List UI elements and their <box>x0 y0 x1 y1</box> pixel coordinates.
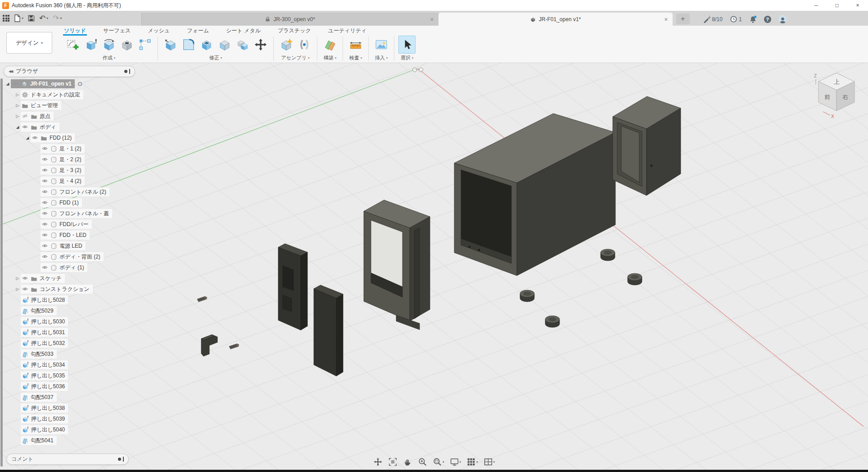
ribbon-group-label[interactable]: 構築▾ <box>324 54 337 61</box>
hole-tool-button[interactable] <box>118 36 136 54</box>
browser-item[interactable]: ◢ボディ <box>5 122 112 132</box>
browser-item[interactable]: 押し出し5040 <box>5 424 112 435</box>
browser-item[interactable]: 勾配5033 <box>5 349 112 359</box>
browser-item[interactable]: 押し出し5032 <box>5 338 112 349</box>
browser-item[interactable]: 押し出し5039 <box>5 413 112 424</box>
visibility-eye-icon[interactable] <box>41 222 48 227</box>
browser-item[interactable]: ボディ (1) <box>5 262 112 273</box>
close-button[interactable]: × <box>847 0 868 11</box>
ribbon-tab-ソリッド[interactable]: ソリッド <box>63 27 87 36</box>
browser-item[interactable]: 勾配5041 <box>5 435 112 446</box>
insert-tool-button[interactable] <box>373 36 390 54</box>
body-foot[interactable] <box>628 273 642 285</box>
model-viewport[interactable]: Z 上 前 右 X ◀◀ ブラウザ ◢JR-F01_open v1⊙▷ドキュメン… <box>0 63 868 472</box>
move-tool-button[interactable] <box>252 36 269 54</box>
browser-scrollbar[interactable] <box>0 78 3 467</box>
3d-scene[interactable] <box>0 63 868 472</box>
pattern-tool-button[interactable] <box>136 36 154 54</box>
browser-item[interactable]: 足・1 (2) <box>5 143 112 154</box>
zoom-button[interactable] <box>416 456 429 467</box>
visibility-eye-icon[interactable] <box>41 211 48 217</box>
browser-item[interactable]: 押し出し5028 <box>5 295 112 305</box>
expander-icon[interactable]: ▷ <box>14 114 21 118</box>
browser-item[interactable]: 足・3 (2) <box>5 165 112 176</box>
minimize-button[interactable]: ─ <box>806 0 827 11</box>
tab-close-icon[interactable]: × <box>664 16 668 23</box>
expander-icon[interactable]: ◢ <box>24 136 31 140</box>
comment-bar-icon[interactable] <box>123 457 124 462</box>
panel-opacity-dot-icon[interactable] <box>124 70 127 73</box>
visibility-eye-icon[interactable] <box>41 200 48 206</box>
comment-input[interactable]: コメント <box>6 454 129 465</box>
select-tool-button[interactable] <box>398 36 416 54</box>
ribbon-group-label[interactable]: 挿入▾ <box>375 54 388 61</box>
collapse-panel-icon[interactable]: ◀◀ <box>9 69 12 73</box>
browser-item[interactable]: 押し出し5030 <box>5 316 112 327</box>
app-grid-button[interactable] <box>3 15 9 22</box>
ribbon-group-label[interactable]: 選択▾ <box>401 54 414 61</box>
browser-item[interactable]: 押し出し5036 <box>5 381 112 392</box>
visibility-eye-icon[interactable] <box>41 243 48 249</box>
expander-icon[interactable]: ◢ <box>5 82 11 86</box>
visibility-eye-icon[interactable] <box>22 124 28 130</box>
body-front-bezel[interactable] <box>364 200 430 330</box>
grid-and-snaps-button[interactable]: ▾ <box>465 456 480 467</box>
visibility-eye-icon[interactable] <box>12 81 18 87</box>
browser-item[interactable]: 勾配5029 <box>5 305 112 316</box>
ribbon-tab-フォーム[interactable]: フォーム <box>186 27 210 36</box>
help-button[interactable]: ? <box>764 16 771 23</box>
comment-dot-icon[interactable] <box>118 458 121 461</box>
ribbon-group-label[interactable]: アセンブリ▾ <box>281 54 310 61</box>
combine-tool-button[interactable] <box>216 36 233 54</box>
browser-item[interactable]: ◢FDD (12) <box>5 132 112 143</box>
browser-item[interactable]: フロントパネル (2) <box>5 186 112 197</box>
user-avatar[interactable] <box>778 15 787 23</box>
document-tab-JR-F01_open-v1-[interactable]: JR-F01_open v1* × <box>439 13 673 26</box>
file-menu-button[interactable]: ▾ <box>14 14 23 22</box>
visibility-eye-icon[interactable] <box>41 232 48 238</box>
redo-button[interactable]: ↷ ▾ <box>53 14 62 23</box>
body-foot[interactable] <box>601 249 615 261</box>
navigate-button[interactable] <box>371 456 384 467</box>
visibility-eye-icon[interactable] <box>41 146 48 152</box>
ribbon-group-label[interactable]: 作成▾ <box>103 54 116 61</box>
browser-item[interactable]: ▷ビュー管理 <box>5 100 112 111</box>
browser-item[interactable]: 足・4 (2) <box>5 176 112 186</box>
maximize-button[interactable]: □ <box>827 0 847 11</box>
ribbon-tab-シート メタル[interactable]: シート メタル <box>225 27 262 36</box>
browser-item[interactable]: ▷スケッチ <box>5 273 112 284</box>
browser-item[interactable]: FDD/レバー <box>5 219 112 230</box>
browser-item[interactable]: ▷コンストラクション <box>5 284 112 295</box>
body-pin-2[interactable] <box>229 344 239 349</box>
split-body-tool-button[interactable] <box>234 36 251 54</box>
expander-icon[interactable]: ▷ <box>14 103 21 108</box>
browser-item[interactable]: 押し出し5038 <box>5 403 112 413</box>
visibility-eye-icon[interactable] <box>41 189 48 195</box>
visibility-eye-icon[interactable] <box>41 157 48 163</box>
measure-tool-button[interactable] <box>347 36 364 54</box>
alerts-button[interactable] <box>749 15 757 23</box>
body-rear-frame[interactable] <box>613 96 681 195</box>
body-panel-b[interactable] <box>314 285 343 376</box>
document-tab-JR-300_open-v0-[interactable]: JR-300_open v0* × <box>141 13 439 26</box>
zoom-window-button[interactable]: ▾ <box>431 456 446 467</box>
expander-icon[interactable]: ▷ <box>14 276 21 281</box>
browser-item[interactable]: FDD (1) <box>5 197 112 208</box>
view-cube[interactable]: Z 上 前 右 X <box>810 67 864 121</box>
fillet-tool-button[interactable] <box>180 36 197 54</box>
browser-item[interactable]: 勾配5037 <box>5 392 112 403</box>
new-tab-button[interactable]: + <box>676 14 690 24</box>
browser-item[interactable]: ◢JR-F01_open v1⊙ <box>5 78 112 89</box>
browser-item[interactable]: 電源 LED <box>5 241 112 251</box>
save-button[interactable] <box>28 15 35 22</box>
expander-icon[interactable]: ▷ <box>14 92 21 97</box>
browser-item[interactable]: ボディ・背面 (2) <box>5 251 112 262</box>
notifications-button[interactable]: 1 <box>730 15 742 23</box>
body-foot[interactable] <box>545 316 560 327</box>
browser-item[interactable]: 押し出し5034 <box>5 359 112 370</box>
browser-item[interactable]: 足・2 (2) <box>5 154 112 165</box>
undo-button[interactable]: ↶ ▾ <box>39 14 48 23</box>
visibility-eye-icon[interactable] <box>41 254 48 260</box>
ribbon-tab-メッシュ[interactable]: メッシュ <box>147 27 171 36</box>
job-status-button[interactable]: 8/10 <box>703 15 723 23</box>
